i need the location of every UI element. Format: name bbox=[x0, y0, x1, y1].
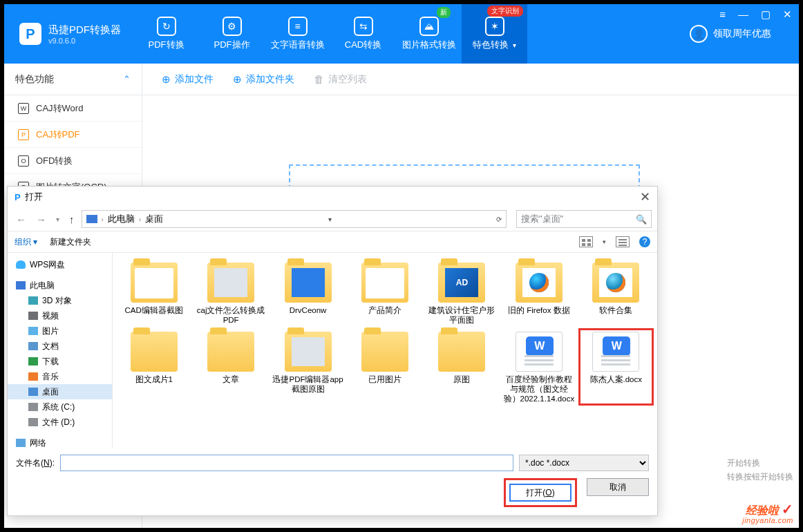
sidebar-item-caj-pdf[interactable]: PCAJ转PDF bbox=[4, 122, 142, 148]
file-item[interactable]: AD建筑设计住宅户形平面图 bbox=[425, 260, 499, 326]
nav-back-icon[interactable]: ← bbox=[13, 213, 29, 225]
tree-video[interactable]: 视频 bbox=[8, 308, 112, 323]
cloud-icon bbox=[16, 260, 26, 269]
filetype-select[interactable]: *.doc *.docx bbox=[519, 455, 649, 471]
nav-image[interactable]: ⛰ 图片格式转换 新 bbox=[396, 4, 462, 64]
folder-icon bbox=[361, 332, 408, 372]
file-item[interactable]: 图文成片1 bbox=[117, 329, 191, 405]
folder-icon bbox=[131, 263, 178, 303]
sidebar-item-ofd[interactable]: OOFD转换 bbox=[4, 148, 142, 174]
nav-tts[interactable]: ≡ 文字语音转换 bbox=[265, 4, 330, 64]
file-item[interactable]: 旧的 Firefox 数据 bbox=[502, 260, 576, 326]
add-folder-button[interactable]: ⊕添加文件夹 bbox=[233, 73, 294, 86]
sidebar-header[interactable]: 特色功能 ⌃ bbox=[4, 64, 142, 95]
badge-new: 新 bbox=[437, 7, 451, 18]
download-icon bbox=[28, 357, 38, 365]
file-item-highlighted[interactable]: W陈杰人案.docx bbox=[579, 329, 653, 405]
file-item[interactable]: CAD编辑器截图 bbox=[117, 260, 191, 326]
minimize-icon[interactable]: — bbox=[738, 8, 748, 21]
file-item[interactable]: DrvCeonw bbox=[271, 260, 345, 326]
docx-icon: W bbox=[592, 332, 639, 372]
clear-list-button[interactable]: 🗑清空列表 bbox=[314, 73, 367, 86]
folder-icon bbox=[131, 332, 178, 372]
new-folder-button[interactable]: 新建文件夹 bbox=[50, 236, 91, 248]
chevron-right-icon: › bbox=[102, 216, 104, 223]
open-dialog: P 打开 ✕ ← → ▾ ↑ › 此电脑 › 桌面 ▾ ⟳ 搜索"桌面" 🔍 bbox=[7, 186, 658, 516]
sidebar-item-caj-word[interactable]: WCAJ转Word bbox=[4, 95, 142, 122]
dialog-title: 打开 bbox=[25, 191, 43, 203]
tree-documents[interactable]: 文档 bbox=[8, 339, 112, 354]
dialog-nav: ← → ▾ ↑ › 此电脑 › 桌面 ▾ ⟳ 搜索"桌面" 🔍 bbox=[8, 207, 657, 231]
network-icon bbox=[16, 439, 26, 447]
view-preview-icon[interactable] bbox=[616, 236, 630, 247]
file-item[interactable]: caj文件怎么转换成PDF bbox=[193, 260, 267, 326]
toolbar: 特色功能 ⌃ ⊕添加文件 ⊕添加文件夹 🗑清空列表 bbox=[4, 64, 799, 95]
app-name: 迅捷PDF转换器 bbox=[48, 23, 121, 37]
vip-link[interactable]: 👤 领取周年优惠 bbox=[690, 25, 771, 43]
search-icon: 🔍 bbox=[636, 214, 647, 225]
nav-forward-icon[interactable]: → bbox=[33, 213, 49, 225]
drive-icon bbox=[28, 403, 38, 411]
help-icon[interactable]: ? bbox=[639, 236, 650, 247]
tree-downloads[interactable]: 下载 bbox=[8, 354, 112, 369]
tree-thispc[interactable]: 此电脑 bbox=[8, 278, 112, 293]
open-button[interactable]: 打开(O) bbox=[509, 484, 571, 502]
chevron-down-icon[interactable]: ▾ bbox=[328, 216, 332, 223]
bars-icon: ≡ bbox=[288, 17, 308, 36]
nav-up-icon[interactable]: ↑ bbox=[66, 213, 77, 225]
nav-history-icon[interactable]: ▾ bbox=[53, 216, 62, 223]
file-item[interactable]: 文章 bbox=[193, 329, 267, 405]
folder-icon bbox=[207, 332, 254, 372]
tree-drive-d[interactable]: 文件 (D:) bbox=[8, 415, 112, 430]
filename-input[interactable] bbox=[60, 455, 513, 471]
file-item[interactable]: 软件合集 bbox=[579, 260, 653, 326]
image-icon: ⛰ bbox=[419, 17, 439, 36]
tree-music[interactable]: 音乐 bbox=[8, 369, 112, 384]
file-item[interactable]: 产品简介 bbox=[348, 260, 422, 326]
open-button-highlight: 打开(O) bbox=[504, 478, 577, 507]
desktop-icon bbox=[28, 388, 38, 396]
plus-folder-icon: ⊕ bbox=[233, 73, 242, 86]
nav-special[interactable]: ✶ 特色转换▾ 文字识别 bbox=[462, 4, 527, 64]
badge-ocr: 文字识别 bbox=[487, 6, 523, 17]
dialog-toolbar: 组织 ▾ 新建文件夹 ▾ ? bbox=[8, 231, 657, 253]
nav-pdf-convert[interactable]: ↻ PDF转换 bbox=[133, 4, 199, 64]
organize-menu[interactable]: 组织 ▾ bbox=[15, 236, 37, 248]
nav-cad[interactable]: ⇆ CAD转换 bbox=[330, 4, 396, 64]
tree-network[interactable]: 网络 bbox=[8, 435, 112, 448]
view-dropdown-icon[interactable]: ▾ bbox=[603, 238, 606, 245]
file-item[interactable]: 已用图片 bbox=[348, 329, 422, 405]
search-input[interactable]: 搜索"桌面" 🔍 bbox=[516, 210, 652, 228]
sparkle-icon: ✶ bbox=[485, 17, 504, 36]
window-controls: ≡ — ▢ ✕ bbox=[719, 8, 792, 21]
app-header: P 迅捷PDF转换器 v9.0.6.0 ↻ PDF转换 ⚙ PDF操作 ≡ 文字… bbox=[4, 4, 799, 64]
breadcrumb[interactable]: › 此电脑 › 桌面 ▾ ⟳ bbox=[82, 210, 507, 228]
folder-tree: WPS网盘 此电脑 3D 对象 视频 图片 文档 下载 音乐 桌面 系统 (C:… bbox=[8, 253, 113, 448]
tree-wps[interactable]: WPS网盘 bbox=[8, 257, 112, 272]
tree-3d[interactable]: 3D 对象 bbox=[8, 293, 112, 308]
refresh-icon: ↻ bbox=[157, 17, 176, 36]
maximize-icon[interactable]: ▢ bbox=[761, 8, 771, 21]
cancel-button[interactable]: 取消 bbox=[587, 478, 649, 496]
file-item[interactable]: 原图 bbox=[425, 329, 499, 405]
docx-icon: W bbox=[516, 332, 563, 372]
user-icon: 👤 bbox=[690, 25, 708, 43]
refresh-icon[interactable]: ⟳ bbox=[496, 216, 502, 223]
tree-drive-c[interactable]: 系统 (C:) bbox=[8, 399, 112, 415]
cube-icon bbox=[28, 296, 38, 305]
view-grid-icon[interactable] bbox=[579, 236, 593, 247]
folder-icon: AD bbox=[438, 263, 485, 303]
nav-pdf-operate[interactable]: ⚙ PDF操作 bbox=[199, 4, 265, 64]
file-item[interactable]: 迅捷PDF编辑器app截图原图 bbox=[271, 329, 345, 405]
tree-pictures[interactable]: 图片 bbox=[8, 323, 112, 339]
doc-icon: P bbox=[18, 129, 29, 140]
close-icon[interactable]: ✕ bbox=[783, 8, 792, 21]
video-icon bbox=[28, 312, 38, 320]
file-item[interactable]: W百度经验制作教程与规范（图文经验）2022.1.14.docx bbox=[502, 329, 576, 405]
add-file-button[interactable]: ⊕添加文件 bbox=[162, 73, 214, 86]
tree-desktop[interactable]: 桌面 bbox=[8, 384, 112, 399]
dialog-close-icon[interactable]: ✕ bbox=[640, 189, 650, 205]
app-logo: P 迅捷PDF转换器 v9.0.6.0 bbox=[4, 23, 133, 45]
doc-icon bbox=[28, 342, 38, 350]
menu-icon[interactable]: ≡ bbox=[719, 8, 726, 21]
